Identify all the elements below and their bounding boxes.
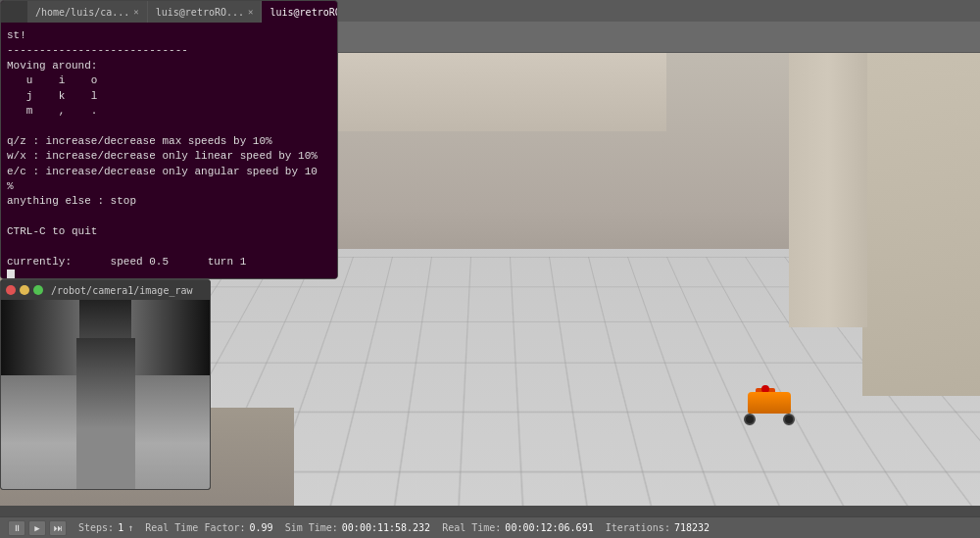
terminal-line-1: ---------------------------- xyxy=(7,43,331,58)
camera-close-button[interactable] xyxy=(6,285,16,295)
robot-wheel-front-right xyxy=(783,414,795,425)
terminal-line-14 xyxy=(7,239,331,254)
steps-arrow: ↑ xyxy=(127,522,133,533)
camera-window: /robot/camera1/image_raw xyxy=(0,279,211,490)
terminal-tab-2-label: luis@retroRO... xyxy=(156,7,244,18)
simtime-section: Sim Time: 00:00:11:58.232 xyxy=(285,522,431,533)
terminal-line-12 xyxy=(7,210,331,224)
robot-body xyxy=(748,392,791,414)
steps-value: 1 xyxy=(118,522,123,533)
terminal-cursor xyxy=(7,269,15,278)
camera-window-title: /robot/camera1/image_raw xyxy=(51,285,193,296)
iterations-section: Iterations: 718232 xyxy=(606,522,710,533)
terminal-line-15: currently: speed 0.5 turn 1 xyxy=(7,255,331,269)
steps-section: Steps: 1 ↑ xyxy=(78,522,133,533)
terminal-line-0: st! xyxy=(7,28,331,43)
robot xyxy=(740,388,799,427)
realtime-value: 00:00:12:06.691 xyxy=(505,522,593,533)
camera-maximize-button[interactable] xyxy=(33,285,43,295)
steps-label: Steps: xyxy=(78,522,114,533)
terminal-titlebar: /home/luis/ca... ✕ luis@retroRO... ✕ lui… xyxy=(1,1,337,23)
simtime-label: Sim Time: xyxy=(285,522,338,533)
play-button[interactable]: ▶ xyxy=(28,520,46,536)
robot-wheel-front-left xyxy=(744,414,756,425)
terminal-window: /home/luis/ca... ✕ luis@retroRO... ✕ lui… xyxy=(0,0,338,279)
simtime-value: 00:00:11:58.232 xyxy=(342,522,430,533)
camera-minimize-button[interactable] xyxy=(20,285,29,295)
terminal-tab-3-label: luis@retroRO... xyxy=(270,7,338,18)
realtime-label: Real Time: xyxy=(442,522,501,533)
terminal-tab-1[interactable]: /home/luis/ca... ✕ xyxy=(27,1,148,23)
step-button[interactable]: ⏭ xyxy=(49,520,67,536)
terminal-content[interactable]: st! ---------------------------- Moving … xyxy=(1,23,337,278)
terminal-tab-1-close[interactable]: ✕ xyxy=(133,7,138,17)
rtf-section: Real Time Factor: 0.99 xyxy=(145,522,272,533)
terminal-line-10: % xyxy=(7,179,331,194)
terminal-cursor-line xyxy=(7,269,331,278)
realtime-section: Real Time: 00:00:12:06.691 xyxy=(442,522,594,533)
terminal-tab-1-label: /home/luis/ca... xyxy=(35,7,129,18)
gazebo-statusbar: ⏸ ▶ ⏭ Steps: 1 ↑ Real Time Factor: 0.99 … xyxy=(0,516,980,538)
terminal-line-11: anything else : stop xyxy=(7,194,331,209)
terminal-line-4: j k l xyxy=(7,89,331,104)
terminal-tab-2[interactable]: luis@retroRO... ✕ xyxy=(148,1,263,23)
terminal-tab-2-close[interactable]: ✕ xyxy=(248,7,253,17)
terminal-line-5: m , . xyxy=(7,104,331,119)
terminal-line-3: u i o xyxy=(7,73,331,88)
terminal-tabs: /home/luis/ca... ✕ luis@retroRO... ✕ lui… xyxy=(27,1,338,23)
iterations-label: Iterations: xyxy=(606,522,670,533)
camera-view xyxy=(1,300,210,489)
wall-corridor-right xyxy=(789,53,867,327)
pause-button[interactable]: ⏸ xyxy=(8,520,25,536)
camera-titlebar: /robot/camera1/image_raw xyxy=(1,280,210,300)
terminal-line-13: CTRL-C to quit xyxy=(7,224,331,239)
camera-tunnel xyxy=(76,338,135,489)
terminal-line-7: q/z : increase/decrease max speeds by 10… xyxy=(7,134,331,149)
playback-controls: ⏸ ▶ ⏭ xyxy=(8,520,67,536)
rtf-value: 0.99 xyxy=(250,522,273,533)
terminal-line-2: Moving around: xyxy=(7,59,331,73)
rtf-label: Real Time Factor: xyxy=(145,522,245,533)
terminal-line-6 xyxy=(7,119,331,133)
terminal-line-9: e/c : increase/decrease only angular spe… xyxy=(7,165,331,179)
terminal-line-8: w/x : increase/decrease only linear spee… xyxy=(7,149,331,164)
iterations-value: 718232 xyxy=(674,522,710,533)
terminal-tab-3[interactable]: luis@retroRO... ✕ xyxy=(262,1,338,23)
wall-right xyxy=(862,53,980,396)
